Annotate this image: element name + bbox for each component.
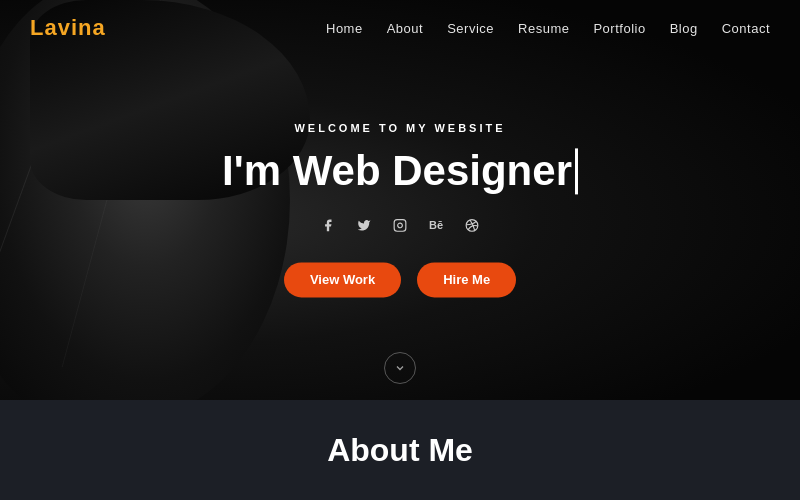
scroll-circle[interactable]	[384, 352, 416, 384]
hero-title: I'm Web Designer	[150, 148, 650, 194]
hero-section: Lavina Home About Service Resume Portfol…	[0, 0, 800, 400]
hero-subtitle: WELCOME TO MY WEBSITE	[150, 122, 650, 134]
nav-link-about[interactable]: About	[387, 21, 423, 36]
nav-item-contact[interactable]: Contact	[722, 19, 770, 37]
social-icons: Bē	[150, 217, 650, 235]
dribbble-icon[interactable]	[463, 217, 481, 235]
about-section: About Me	[0, 400, 800, 500]
scroll-down[interactable]	[384, 352, 416, 384]
behance-icon[interactable]: Bē	[427, 217, 445, 235]
hero-content: WELCOME TO MY WEBSITE I'm Web Designer B…	[150, 122, 650, 297]
svg-rect-0	[394, 220, 406, 232]
hire-me-button[interactable]: Hire Me	[417, 263, 516, 298]
nav-item-portfolio[interactable]: Portfolio	[593, 19, 645, 37]
nav-link-service[interactable]: Service	[447, 21, 494, 36]
logo-text: vina	[58, 15, 106, 40]
logo[interactable]: Lavina	[30, 15, 106, 41]
navbar: Lavina Home About Service Resume Portfol…	[0, 0, 800, 55]
nav-link-home[interactable]: Home	[326, 21, 363, 36]
nav-links: Home About Service Resume Portfolio Blog…	[326, 19, 770, 37]
nav-link-blog[interactable]: Blog	[670, 21, 698, 36]
nav-item-service[interactable]: Service	[447, 19, 494, 37]
nav-link-contact[interactable]: Contact	[722, 21, 770, 36]
hero-title-text: I'm Web Designer	[222, 148, 572, 194]
chevron-down-icon	[394, 362, 406, 374]
logo-highlight: La	[30, 15, 58, 40]
nav-item-resume[interactable]: Resume	[518, 19, 569, 37]
nav-item-blog[interactable]: Blog	[670, 19, 698, 37]
cursor	[575, 149, 578, 195]
twitter-icon[interactable]	[355, 217, 373, 235]
nav-item-home[interactable]: Home	[326, 19, 363, 37]
facebook-icon[interactable]	[319, 217, 337, 235]
view-work-button[interactable]: View Work	[284, 263, 401, 298]
nav-link-portfolio[interactable]: Portfolio	[593, 21, 645, 36]
nav-link-resume[interactable]: Resume	[518, 21, 569, 36]
nav-item-about[interactable]: About	[387, 19, 423, 37]
about-title: About Me	[327, 432, 473, 469]
instagram-icon[interactable]	[391, 217, 409, 235]
hero-buttons: View Work Hire Me	[150, 263, 650, 298]
